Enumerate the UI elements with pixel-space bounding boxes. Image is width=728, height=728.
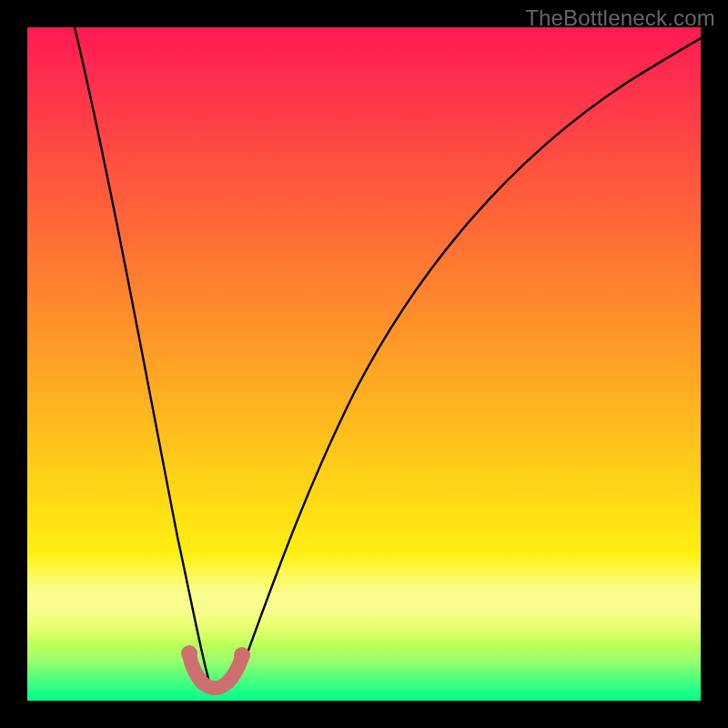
watermark-text: TheBottleneck.com bbox=[525, 5, 715, 31]
bottleneck-curve bbox=[75, 27, 701, 692]
curve-layer bbox=[27, 27, 701, 701]
valley-marker-dot-left bbox=[181, 645, 197, 662]
valley-marker-dot-right bbox=[234, 647, 250, 663]
chart-frame: TheBottleneck.com bbox=[0, 0, 728, 728]
plot-area bbox=[27, 27, 701, 701]
valley-marker bbox=[189, 655, 242, 688]
